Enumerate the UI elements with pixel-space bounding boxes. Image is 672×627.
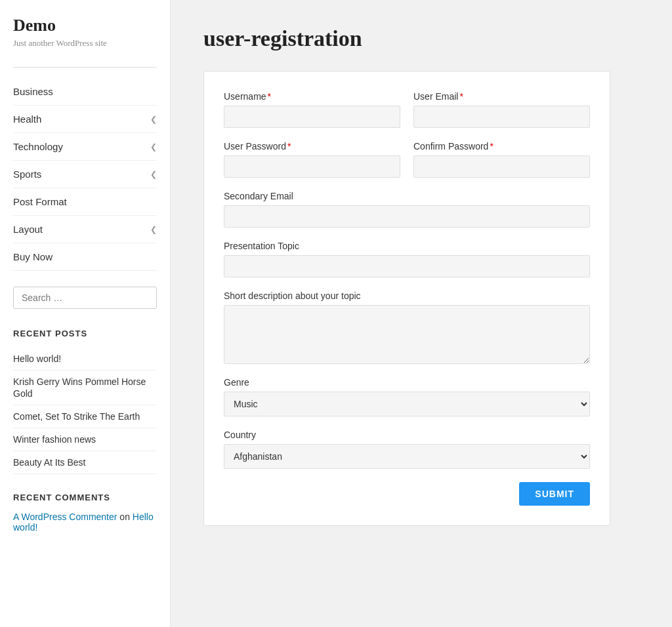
group-country: Country Afghanistan Albania Algeria Arge… [224,430,590,469]
chevron-down-icon: ❮ [150,225,157,234]
main-content: user-registration Username* User Email* [171,0,672,627]
nav-menu: Business Health ❮ Technology ❮ Sports ❮ [13,78,157,271]
divider [13,67,157,68]
nav-item-layout[interactable]: Layout ❮ [13,216,157,243]
group-presentation-topic: Presentation Topic [224,241,590,277]
description-label: Short description about your topic [224,291,590,301]
nav-item-health[interactable]: Health ❮ [13,106,157,133]
email-input[interactable] [413,106,590,128]
list-item[interactable]: Comet, Set To Strike The Earth [13,405,157,428]
row-username-email: Username* User Email* [224,91,590,128]
recent-comments-title: Recent Comments [13,493,157,502]
site-title: Demo [13,16,157,35]
registration-form: Username* User Email* User Pass [224,91,590,506]
nav-item-post-format[interactable]: Post Format [13,188,157,216]
row-country: Country Afghanistan Albania Algeria Arge… [224,430,590,469]
email-label: User Email* [413,91,590,102]
username-label: Username* [224,91,400,102]
group-genre: Genre Music Sports Technology Business H… [224,377,590,416]
nav-item-buy-now[interactable]: Buy Now [13,243,157,271]
presentation-topic-input[interactable] [224,255,590,277]
required-star: * [287,141,291,152]
site-tagline: Just another WordPress site [13,38,157,49]
presentation-topic-label: Presentation Topic [224,241,590,251]
recent-posts-section: Recent Posts Hello world! Krish Gerry Wi… [13,329,157,474]
sidebar: Demo Just another WordPress site Busines… [0,0,171,627]
chevron-down-icon: ❮ [150,115,157,124]
submit-button[interactable]: SUBMIT [519,482,590,506]
row-presentation-topic: Presentation Topic [224,241,590,277]
row-genre: Genre Music Sports Technology Business H… [224,377,590,416]
group-description: Short description about your topic [224,291,590,364]
username-input[interactable] [224,106,400,128]
confirm-password-label: Confirm Password* [413,141,590,152]
row-secondary-email: Secondary Email [224,191,590,228]
search-input[interactable] [13,287,157,309]
password-input[interactable] [224,155,400,178]
registration-form-card: Username* User Email* User Pass [203,71,610,526]
description-textarea[interactable] [224,305,590,364]
row-description: Short description about your topic [224,291,590,364]
country-select[interactable]: Afghanistan Albania Algeria Argentina Au… [224,444,590,469]
group-username: Username* [224,91,400,128]
recent-comments-entry: A WordPress Commenter on Hello world! [13,512,157,533]
genre-label: Genre [224,377,590,388]
group-email: User Email* [413,91,590,128]
password-label: User Password* [224,141,400,152]
commenter-link[interactable]: A WordPress Commenter [13,512,117,522]
nav-item-sports[interactable]: Sports ❮ [13,161,157,188]
required-star: * [459,91,463,102]
nav-item-business[interactable]: Business [13,78,157,106]
secondary-email-input[interactable] [224,205,590,228]
recent-comments-section: Recent Comments A WordPress Commenter on… [13,493,157,533]
group-secondary-email: Secondary Email [224,191,590,228]
search-box [13,287,157,309]
submit-row: SUBMIT [224,482,590,506]
confirm-password-input[interactable] [413,155,590,178]
recent-posts-list: Hello world! Krish Gerry Wins Pommel Hor… [13,348,157,474]
group-confirm-password: Confirm Password* [413,141,590,178]
list-item[interactable]: Winter fashion news [13,428,157,451]
required-star: * [490,141,493,152]
genre-select[interactable]: Music Sports Technology Business Health [224,392,590,416]
group-password: User Password* [224,141,400,178]
chevron-down-icon: ❮ [150,142,157,152]
page-title: user-registration [203,26,639,51]
chevron-down-icon: ❮ [150,170,157,179]
required-star: * [268,91,271,102]
recent-posts-title: Recent Posts [13,329,157,338]
country-label: Country [224,430,590,440]
nav-item-technology[interactable]: Technology ❮ [13,133,157,161]
secondary-email-label: Secondary Email [224,191,590,201]
comment-preposition: on [119,512,132,522]
list-item[interactable]: Krish Gerry Wins Pommel Horse Gold [13,371,157,405]
list-item[interactable]: Beauty At Its Best [13,451,157,474]
list-item[interactable]: Hello world! [13,348,157,371]
row-passwords: User Password* Confirm Password* [224,141,590,178]
